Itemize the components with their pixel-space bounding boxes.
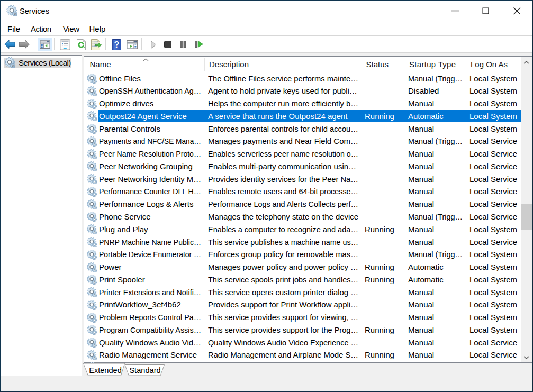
svg-text:?: ? xyxy=(114,40,120,49)
svg-text:Standard: Standard xyxy=(129,366,160,375)
svg-text:Extended: Extended xyxy=(89,366,122,375)
